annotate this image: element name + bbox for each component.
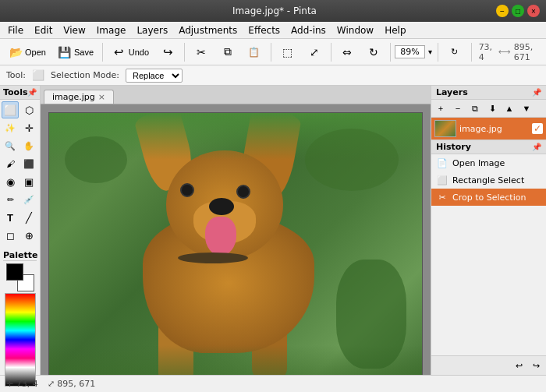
tool-eraser[interactable] <box>20 155 37 172</box>
canvas-image[interactable] <box>48 112 423 375</box>
toolbar: Open Save Undo 89% ▾ ↻ 73, 4 ⟷ 895, 67 <box>0 39 546 65</box>
merge-layer-button[interactable]: ⬇ <box>484 101 500 115</box>
history-items-list: 📄 Open Image ⬜ Rectangle Select ✂ Crop t… <box>431 154 546 355</box>
remove-layer-button[interactable]: − <box>450 101 466 115</box>
layers-panel-header: Layers 📌 <box>431 86 546 100</box>
move-layer-up-button[interactable]: ▲ <box>502 101 517 115</box>
rotate-cw-button[interactable]: ↻ <box>442 42 467 62</box>
open-label: Open <box>25 48 46 57</box>
right-panel: Layers 📌 + − ⧉ ⬇ ▲ ▼ image.jpg ✓ History… <box>431 86 546 375</box>
tool-rect-select[interactable] <box>2 101 19 118</box>
menu-item-view[interactable]: View <box>58 23 90 37</box>
menu-item-window[interactable]: Window <box>332 23 378 37</box>
color-boxes <box>6 263 34 291</box>
tool-magic-wand[interactable] <box>2 119 19 136</box>
flip-button[interactable] <box>335 42 360 62</box>
selection-mode-select[interactable]: Replace Union Intersect Exclude <box>126 69 183 83</box>
history-rect-label: Rectangle Select <box>452 175 524 185</box>
tool-pencil[interactable] <box>2 191 19 208</box>
cut-icon <box>193 44 209 60</box>
zoom-display: 89% <box>395 45 425 58</box>
move-layer-down-button[interactable]: ▼ <box>519 101 534 115</box>
tab-close-button[interactable]: × <box>98 92 105 102</box>
resize-button[interactable] <box>302 42 327 62</box>
tool-move[interactable] <box>20 119 37 136</box>
tool-colorpicker[interactable] <box>20 191 37 208</box>
tool-zoom[interactable] <box>2 137 19 154</box>
history-section: History 📌 📄 Open Image ⬜ Rectangle Selec… <box>431 140 546 375</box>
copy-button[interactable] <box>215 42 240 62</box>
paste-icon <box>246 44 262 60</box>
save-button[interactable]: Save <box>52 42 98 62</box>
menu-item-add-ins[interactable]: Add-ins <box>286 23 331 37</box>
palette-label: Palette <box>3 250 37 261</box>
minimize-button[interactable]: − <box>496 5 509 17</box>
undo-history-button[interactable]: ↩ <box>511 358 526 373</box>
canvas-container[interactable] <box>41 104 431 375</box>
layer-item[interactable]: image.jpg ✓ <box>431 118 546 139</box>
history-pin[interactable]: 📌 <box>532 143 541 151</box>
menu-item-image[interactable]: Image <box>92 23 131 37</box>
tools-panel-pin[interactable]: 📌 <box>27 88 37 97</box>
undo-button[interactable]: Undo <box>107 42 154 62</box>
tool-free-select[interactable] <box>20 101 37 118</box>
tools-panel-header: Tools 📌 <box>0 86 40 100</box>
menu-item-edit[interactable]: Edit <box>30 23 57 37</box>
redo-history-button[interactable]: ↪ <box>528 358 544 373</box>
menu-item-effects[interactable]: Effects <box>243 23 285 37</box>
tool-shape[interactable] <box>2 227 19 244</box>
layers-label: Layers <box>436 87 468 97</box>
crop-button[interactable] <box>275 42 300 62</box>
tool-fill[interactable] <box>2 173 19 190</box>
tool-pan[interactable] <box>20 137 37 154</box>
tool-line[interactable] <box>20 209 37 226</box>
toolbar-separator-2 <box>184 43 185 62</box>
paste-button[interactable] <box>242 42 267 62</box>
toolbar-separator-3 <box>271 43 271 62</box>
grass-right-top <box>305 129 399 191</box>
rotate-button[interactable] <box>361 42 386 62</box>
open-icon <box>8 44 23 60</box>
layer-visibility-check[interactable]: ✓ <box>532 123 543 134</box>
tool-options-bar: Tool: ⬜ Selection Mode: Replace Union In… <box>0 65 546 86</box>
maximize-button[interactable]: □ <box>512 5 524 17</box>
add-layer-button[interactable]: + <box>433 101 448 115</box>
history-crop-icon: ✂ <box>436 191 448 203</box>
tool-gradient[interactable] <box>20 173 37 190</box>
toolbar-separator-6 <box>438 43 438 62</box>
flip-icon <box>339 44 355 60</box>
menu-item-help[interactable]: Help <box>380 23 410 37</box>
canvas-area: image.jpg × <box>41 86 431 375</box>
close-button[interactable]: × <box>527 5 540 17</box>
duplicate-layer-button[interactable]: ⧉ <box>467 101 483 115</box>
menu-item-layers[interactable]: Layers <box>132 23 172 37</box>
tool-text[interactable] <box>2 209 19 226</box>
menu-item-file[interactable]: File <box>3 23 28 37</box>
open-button[interactable]: Open <box>3 42 51 62</box>
history-item-crop[interactable]: ✂ Crop to Selection <box>431 189 546 206</box>
foreground-color-box[interactable] <box>6 263 23 281</box>
zoom-dropdown-button[interactable]: ▾ <box>427 48 434 56</box>
grass-right <box>336 260 406 369</box>
menu-item-adjustments[interactable]: Adjustments <box>174 23 242 37</box>
layers-pin[interactable]: 📌 <box>532 88 541 97</box>
canvas-tab[interactable]: image.jpg × <box>44 90 114 104</box>
tab-label: image.jpg <box>52 92 95 102</box>
history-open-icon: 📄 <box>436 157 448 169</box>
grass-left-top <box>65 136 127 183</box>
color-strip[interactable] <box>5 293 36 387</box>
rotate-icon <box>366 44 381 60</box>
window-controls: − □ × <box>496 5 540 17</box>
coords-display: 73, 4 <box>479 42 495 62</box>
history-item-open-image[interactable]: 📄 Open Image <box>431 154 546 171</box>
selection-mode-label: Selection Mode: <box>51 70 119 80</box>
history-item-rect-select[interactable]: ⬜ Rectangle Select <box>431 171 546 189</box>
tool-paint[interactable] <box>2 155 19 172</box>
window-title: Image.jpg* - Pinta <box>53 5 496 16</box>
cut-button[interactable] <box>189 42 214 62</box>
redo-button[interactable] <box>155 42 180 62</box>
coords-separator: ⟷ <box>498 47 511 57</box>
tool-clone[interactable] <box>20 227 37 244</box>
titlebar: Image.jpg* - Pinta − □ × <box>0 0 546 22</box>
toolbar-separator-1 <box>102 43 103 62</box>
